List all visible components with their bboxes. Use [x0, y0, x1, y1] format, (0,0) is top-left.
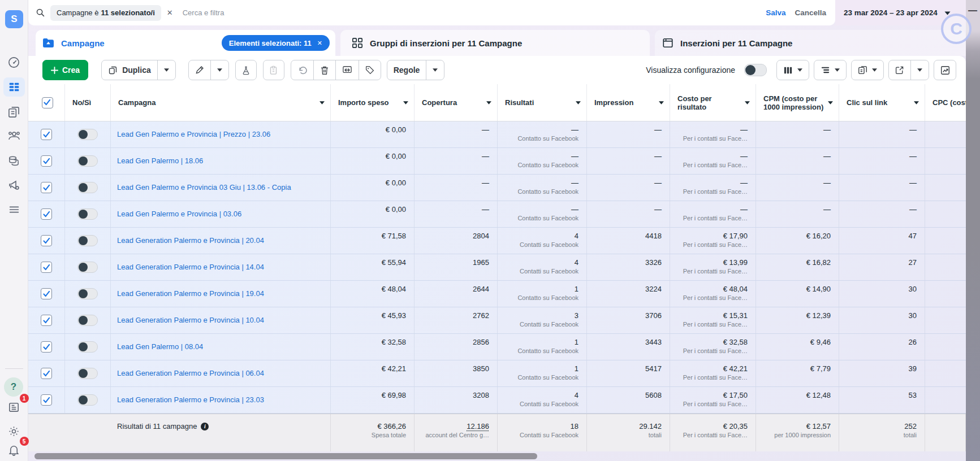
search-input[interactable]: Cerca e filtra — [183, 8, 766, 17]
row-checkbox[interactable] — [41, 129, 52, 140]
row-checkbox[interactable] — [41, 235, 52, 246]
reports-button[interactable] — [852, 60, 883, 80]
breakdown-button[interactable] — [814, 60, 846, 80]
cell-value: € 42,21 — [331, 364, 406, 373]
export-caret[interactable] — [911, 60, 929, 80]
info-icon[interactable]: i — [201, 423, 209, 430]
header-cell-cpr[interactable]: Costo per risultato — [670, 84, 756, 121]
row-checkbox[interactable] — [41, 368, 52, 379]
export-button[interactable] — [889, 60, 911, 80]
row-checkbox[interactable] — [41, 315, 52, 326]
campaign-link[interactable]: Lead Generation Palermo e Provincia | 06… — [117, 369, 264, 378]
row-checkbox[interactable] — [41, 155, 52, 167]
totals-value[interactable]: 12.186 — [415, 422, 489, 431]
header-cell-cpm[interactable]: CPM (costo per 1000 impression) — [756, 84, 839, 121]
row-checkbox[interactable] — [41, 394, 52, 406]
header-cell-name[interactable]: Campagna — [111, 84, 331, 121]
campaign-link[interactable]: Lead Generation Palermo e Provincia | 19… — [117, 289, 264, 298]
row-checkbox[interactable] — [41, 262, 52, 273]
row-toggle[interactable] — [77, 235, 98, 246]
campaign-link[interactable]: Lead Generation Palermo e Provincia | 14… — [117, 263, 264, 272]
tag-button[interactable] — [359, 60, 381, 80]
create-button[interactable]: Crea — [42, 60, 88, 80]
campaign-link[interactable]: Lead Generation Palermo e Provincia | 23… — [117, 395, 264, 405]
header-cell-reach[interactable]: Copertura — [415, 84, 498, 121]
edit-button[interactable] — [189, 60, 211, 80]
cell-results: —Contatto su Facebook — [498, 175, 587, 201]
header-cell-impressions[interactable]: Impression — [587, 84, 670, 121]
tab-inserzioni[interactable]: Inserzioni per 11 Campagne — [655, 30, 966, 56]
audiences-icon[interactable] — [3, 127, 25, 146]
notifications-bell-icon[interactable]: 5 — [3, 440, 25, 459]
tab-campagne[interactable]: Campagne Elementi selezionati: 11 ✕ — [36, 30, 335, 56]
header-cell-results[interactable]: Risultati — [498, 84, 587, 121]
charts-button[interactable] — [934, 60, 956, 80]
columns-button[interactable] — [777, 60, 809, 80]
row-toggle[interactable] — [77, 129, 98, 140]
header-cell-clicks[interactable]: Clic sul link — [839, 84, 925, 121]
move-button[interactable] — [336, 60, 359, 80]
row-toggle[interactable] — [77, 182, 98, 193]
help-button[interactable]: ? — [4, 377, 23, 397]
campaign-link[interactable]: Lead Generation Palermo e Provincia | 10… — [117, 316, 264, 325]
cell-name: Lead Generation Palermo e Provincia | 19… — [111, 281, 331, 307]
row-checkbox[interactable] — [41, 341, 52, 353]
row-toggle[interactable] — [77, 155, 98, 167]
sort-caret-icon — [659, 101, 664, 105]
all-tools-menu-icon[interactable] — [3, 200, 25, 219]
tab-gruppi-inserzioni[interactable]: Gruppi di inserzioni per 11 Campagne — [340, 30, 650, 56]
cell-spent: € 71,58 — [331, 228, 415, 254]
row-toggle[interactable] — [77, 288, 98, 299]
delete-button[interactable] — [314, 60, 336, 80]
campaign-link[interactable]: Lead Generation Palermo e Provincia | 20… — [117, 236, 264, 245]
account-overview-icon[interactable] — [3, 53, 25, 72]
campaign-link[interactable]: Lead Gen Palermo e Provincia | Prezzo | … — [117, 130, 270, 139]
row-toggle[interactable] — [77, 208, 98, 220]
row-toggle[interactable] — [77, 262, 98, 273]
ab-test-button[interactable] — [235, 60, 257, 80]
swap-arrows-icon — [342, 66, 352, 75]
paste-button[interactable] — [263, 60, 284, 80]
rules-caret[interactable] — [426, 60, 444, 80]
cell-cpc — [925, 201, 966, 227]
row-toggle[interactable] — [77, 341, 98, 353]
row-toggle[interactable] — [77, 315, 98, 326]
billing-icon[interactable] — [3, 151, 25, 171]
tab-gruppi-label: Gruppi di inserzioni per 11 Campagne — [370, 38, 522, 48]
filter-chip[interactable]: Campagne è 11 selezionato/i — [50, 5, 161, 21]
updates-icon[interactable]: 1 — [3, 397, 25, 416]
header-cell-spent[interactable]: Importo speso — [331, 84, 415, 121]
header-cell-select[interactable] — [28, 84, 65, 121]
selected-items-pill[interactable]: Elementi selezionati: 11 ✕ — [222, 35, 330, 51]
campaign-link[interactable]: Lead Gen Palermo e Provincia | 03.06 — [117, 210, 241, 219]
ads-settings-icon[interactable] — [3, 176, 25, 195]
business-avatar[interactable]: S — [5, 10, 23, 28]
campaigns-table-icon[interactable] — [3, 77, 25, 97]
view-setup-toggle[interactable] — [744, 64, 767, 76]
cell-value: € 7,79 — [756, 364, 831, 373]
save-button[interactable]: Salva — [766, 8, 785, 17]
pages-icon[interactable] — [3, 102, 25, 121]
row-checkbox[interactable] — [41, 182, 52, 193]
edit-caret[interactable] — [211, 60, 228, 80]
row-toggle[interactable] — [77, 394, 98, 406]
campaign-link[interactable]: Lead Gen Palermo | 08.04 — [117, 342, 203, 351]
tab-campagne-label: Campagne — [61, 38, 105, 48]
row-toggle[interactable] — [77, 368, 98, 379]
cell-clicks: — — [839, 148, 925, 174]
duplicate-button[interactable]: Duplica — [102, 60, 158, 80]
undo-button[interactable] — [291, 60, 314, 80]
filter-clear-icon[interactable]: ✕ — [167, 8, 173, 17]
selected-items-clear-icon[interactable]: ✕ — [317, 40, 322, 47]
rules-button[interactable]: Regole — [387, 60, 427, 80]
cancel-button[interactable]: Cancella — [795, 8, 826, 17]
row-checkbox[interactable] — [41, 208, 52, 220]
campaign-link[interactable]: Lead Gen Palermo e Provincia 03 Giu | 13… — [117, 183, 291, 192]
horizontal-scrollbar[interactable] — [34, 453, 537, 459]
select-all-checkbox[interactable] — [42, 97, 53, 108]
campaign-link[interactable]: Lead Gen Palermo | 18.06 — [117, 156, 203, 166]
row-checkbox[interactable] — [41, 288, 52, 299]
cell-sublabel: Contatto su Facebook — [498, 294, 578, 302]
duplicate-caret[interactable] — [158, 60, 175, 80]
reports-split-button — [851, 60, 884, 80]
